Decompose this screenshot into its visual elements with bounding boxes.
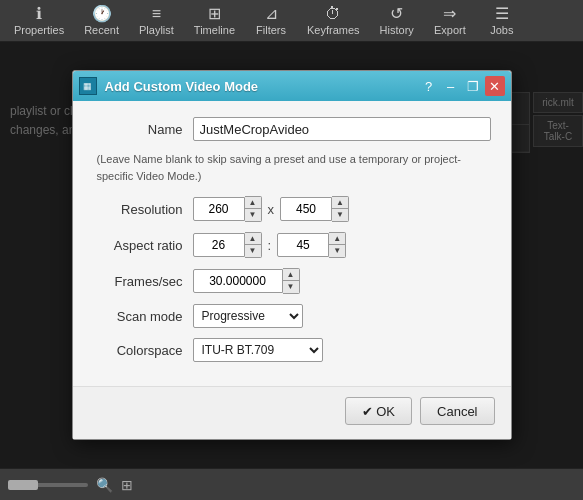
recent-icon: 🕐 xyxy=(92,6,112,22)
name-label: Name xyxy=(93,122,193,137)
colorspace-row: Colorspace ITU-R BT.709 ITU-R BT.601 Aut… xyxy=(93,338,491,362)
filters-icon: ⊿ xyxy=(265,6,278,22)
colorspace-select[interactable]: ITU-R BT.709 ITU-R BT.601 Auto xyxy=(193,338,323,362)
aspect-height-btns: ▲ ▼ xyxy=(329,232,346,258)
resolution-width-spinbox: ▲ ▼ xyxy=(193,196,262,222)
frames-sec-spinbox-group: ▲ ▼ xyxy=(193,268,300,294)
scan-mode-row: Scan mode Progressive Interlaced xyxy=(93,304,491,328)
frames-sec-spinbox: ▲ ▼ xyxy=(193,268,300,294)
dialog-close-button[interactable]: ✕ xyxy=(485,76,505,96)
frames-sec-down[interactable]: ▼ xyxy=(283,281,299,293)
aspect-ratio-label: Aspect ratio xyxy=(93,238,193,253)
resolution-label: Resolution xyxy=(93,202,193,217)
toolbar-recent[interactable]: 🕐 Recent xyxy=(74,2,129,40)
resolution-height-spinbox: ▲ ▼ xyxy=(280,196,349,222)
help-text: (Leave Name blank to skip saving a prese… xyxy=(97,151,491,184)
aspect-width-spinbox: ▲ ▼ xyxy=(193,232,262,258)
aspect-width-up[interactable]: ▲ xyxy=(245,233,261,245)
frames-sec-label: Frames/sec xyxy=(93,274,193,289)
resolution-height-down[interactable]: ▼ xyxy=(332,209,348,221)
frames-sec-btns: ▲ ▼ xyxy=(283,268,300,294)
add-custom-video-mode-dialog: ▦ Add Custom Video Mode ? – ❐ ✕ Name (Le… xyxy=(72,70,512,440)
aspect-width-down[interactable]: ▼ xyxy=(245,245,261,257)
resolution-width-btns: ▲ ▼ xyxy=(245,196,262,222)
dialog-help-button[interactable]: ? xyxy=(419,76,439,96)
aspect-width-input[interactable] xyxy=(193,233,245,257)
export-icon: ⇒ xyxy=(443,6,456,22)
name-row: Name xyxy=(93,117,491,141)
dialog-body: Name (Leave Name blank to skip saving a … xyxy=(73,101,511,386)
resolution-row: Resolution ▲ ▼ x ▲ ▼ xyxy=(93,196,491,222)
toolbar-timeline[interactable]: ⊞ Timeline xyxy=(184,2,245,40)
toolbar-jobs[interactable]: ☰ Jobs xyxy=(476,2,528,40)
dialog-footer: ✔ OK Cancel xyxy=(73,386,511,439)
dialog-title: Add Custom Video Mode xyxy=(105,79,417,94)
resolution-times-label: x xyxy=(264,202,279,217)
resolution-height-up[interactable]: ▲ xyxy=(332,197,348,209)
aspect-times-label: : xyxy=(264,238,276,253)
aspect-height-input[interactable] xyxy=(277,233,329,257)
toolbar-history[interactable]: ↺ History xyxy=(370,2,424,40)
resolution-height-input[interactable] xyxy=(280,197,332,221)
aspect-ratio-row: Aspect ratio ▲ ▼ : ▲ ▼ xyxy=(93,232,491,258)
modal-overlay: ▦ Add Custom Video Mode ? – ❐ ✕ Name (Le… xyxy=(0,42,583,468)
dialog-minimize-button[interactable]: – xyxy=(441,76,461,96)
aspect-height-down[interactable]: ▼ xyxy=(329,245,345,257)
grid-icon[interactable]: ⊞ xyxy=(121,477,133,493)
dialog-icon: ▦ xyxy=(79,77,97,95)
dialog-restore-button[interactable]: ❐ xyxy=(463,76,483,96)
properties-icon: ℹ xyxy=(36,6,42,22)
colorspace-label: Colorspace xyxy=(93,343,193,358)
aspect-width-btns: ▲ ▼ xyxy=(245,232,262,258)
cancel-button[interactable]: Cancel xyxy=(420,397,494,425)
resolution-width-down[interactable]: ▼ xyxy=(245,209,261,221)
timeline-icon: ⊞ xyxy=(208,6,221,22)
aspect-height-up[interactable]: ▲ xyxy=(329,233,345,245)
zoom-in-icon[interactable]: 🔍 xyxy=(96,477,113,493)
ok-button[interactable]: ✔ OK xyxy=(345,397,412,425)
jobs-icon: ☰ xyxy=(495,6,509,22)
name-input[interactable] xyxy=(193,117,491,141)
scan-mode-label: Scan mode xyxy=(93,309,193,324)
statusbar: 🔍 ⊞ xyxy=(0,468,583,500)
toolbar-properties[interactable]: ℹ Properties xyxy=(4,2,74,40)
frames-sec-row: Frames/sec ▲ ▼ xyxy=(93,268,491,294)
aspect-ratio-spinbox-group: ▲ ▼ : ▲ ▼ xyxy=(193,232,347,258)
scan-mode-select[interactable]: Progressive Interlaced xyxy=(193,304,303,328)
resolution-height-btns: ▲ ▼ xyxy=(332,196,349,222)
keyframes-icon: ⏱ xyxy=(325,6,341,22)
toolbar-filters[interactable]: ⊿ Filters xyxy=(245,2,297,40)
dialog-titlebar: ▦ Add Custom Video Mode ? – ❐ ✕ xyxy=(73,71,511,101)
resolution-width-input[interactable] xyxy=(193,197,245,221)
frames-sec-up[interactable]: ▲ xyxy=(283,269,299,281)
toolbar-export[interactable]: ⇒ Export xyxy=(424,2,476,40)
frames-sec-input[interactable] xyxy=(193,269,283,293)
playlist-icon: ≡ xyxy=(152,6,161,22)
aspect-height-spinbox: ▲ ▼ xyxy=(277,232,346,258)
toolbar-playlist[interactable]: ≡ Playlist xyxy=(129,2,184,40)
main-toolbar: ℹ Properties 🕐 Recent ≡ Playlist ⊞ Timel… xyxy=(0,0,583,42)
zoom-slider[interactable] xyxy=(8,483,88,487)
resolution-width-up[interactable]: ▲ xyxy=(245,197,261,209)
toolbar-keyframes[interactable]: ⏱ Keyframes xyxy=(297,2,370,40)
resolution-spinbox-group: ▲ ▼ x ▲ ▼ xyxy=(193,196,350,222)
history-icon: ↺ xyxy=(390,6,403,22)
